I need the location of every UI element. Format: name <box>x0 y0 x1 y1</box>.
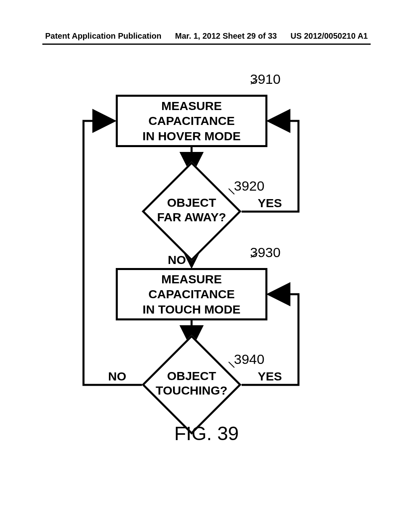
flowchart-diagram: MEASURE CAPACITANCE IN HOVER MODE OBJECT… <box>0 66 413 461</box>
header-divider <box>42 44 371 45</box>
decision-label: OBJECT FAR AWAY? <box>157 195 226 224</box>
edge-label-no: NO <box>108 370 126 383</box>
diamond-line: OBJECT <box>167 369 216 382</box>
page-header: Patent Application Publication Mar. 1, 2… <box>0 31 413 41</box>
ref-3940: 3940 <box>234 351 265 367</box>
diamond-line: FAR AWAY? <box>157 210 226 224</box>
ref-3910: 3910 <box>250 71 281 87</box>
process-box-measure-hover: MEASURE CAPACITANCE IN HOVER MODE <box>116 95 267 147</box>
edge-label-no: NO <box>168 253 186 267</box>
box-line: MEASURE CAPACITANCE <box>118 272 265 302</box>
decision-label: OBJECT TOUCHING? <box>156 369 227 398</box>
edge-label-yes: YES <box>258 370 282 383</box>
figure-label: FIG. 39 <box>174 422 239 445</box>
box-line: MEASURE CAPACITANCE <box>118 98 265 129</box>
header-right: US 2012/0050210 A1 <box>290 31 368 41</box>
box-line: IN HOVER MODE <box>142 129 240 144</box>
process-box-measure-touch: MEASURE CAPACITANCE IN TOUCH MODE <box>116 268 267 320</box>
diamond-line: TOUCHING? <box>156 384 227 397</box>
diamond-line: OBJECT <box>167 196 216 209</box>
ref-3920: 3920 <box>234 178 265 194</box>
header-left: Patent Application Publication <box>45 31 161 41</box>
edge-label-yes: YES <box>258 196 282 210</box>
header-center: Mar. 1, 2012 Sheet 29 of 33 <box>175 31 277 41</box>
ref-3930: 3930 <box>250 245 281 260</box>
box-line: IN TOUCH MODE <box>143 302 241 317</box>
